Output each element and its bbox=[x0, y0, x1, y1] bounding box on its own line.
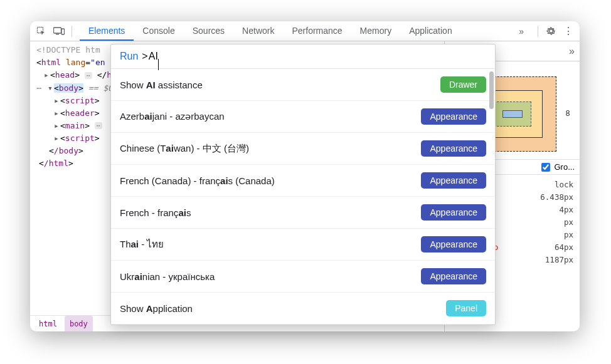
gear-icon[interactable] bbox=[543, 24, 558, 39]
command-item[interactable]: Ukrainian - українська Appearance bbox=[111, 261, 495, 293]
tab-console[interactable]: Console bbox=[134, 21, 183, 41]
category-badge: Appearance bbox=[421, 236, 486, 252]
divider bbox=[72, 26, 72, 37]
crumb-html[interactable]: html bbox=[34, 316, 62, 332]
divider bbox=[538, 26, 538, 37]
command-item[interactable]: Show AI assistance Drawer bbox=[111, 69, 495, 101]
crumb-body[interactable]: body bbox=[65, 316, 93, 332]
svg-rect-1 bbox=[54, 28, 61, 33]
toolbar: Elements Console Sources Network Perform… bbox=[30, 21, 580, 41]
category-badge: Appearance bbox=[421, 108, 486, 125]
category-badge: Appearance bbox=[421, 268, 486, 284]
sidebar-overflow-icon[interactable]: » bbox=[569, 46, 575, 57]
command-input-row: Run > AI bbox=[111, 44, 495, 69]
device-toolbar-icon[interactable] bbox=[51, 24, 66, 39]
command-item[interactable]: Thai - ไทย Appearance bbox=[111, 229, 495, 261]
category-badge: Appearance bbox=[421, 140, 486, 157]
gutter-dots-icon[interactable]: ⋯ bbox=[30, 82, 45, 95]
tab-sources[interactable]: Sources bbox=[184, 21, 233, 41]
tab-elements[interactable]: Elements bbox=[80, 21, 134, 41]
tab-memory[interactable]: Memory bbox=[351, 21, 401, 41]
category-badge: Drawer bbox=[440, 76, 486, 93]
group-checkbox[interactable] bbox=[541, 163, 550, 172]
command-item[interactable]: French (Canada) - français (Canada) Appe… bbox=[111, 165, 495, 197]
tab-application[interactable]: Application bbox=[400, 21, 461, 41]
group-label: Gro... bbox=[554, 162, 575, 172]
command-item[interactable]: Show Application Panel bbox=[111, 293, 495, 325]
command-chevron: > bbox=[142, 51, 147, 62]
command-item[interactable]: French - français Appearance bbox=[111, 197, 495, 229]
command-item[interactable]: Chinese (Taiwan) - 中文 (台灣) Appearance bbox=[111, 133, 495, 165]
kebab-icon[interactable]: ⋮ bbox=[561, 24, 576, 39]
scrollbar[interactable] bbox=[489, 71, 494, 109]
svg-rect-3 bbox=[61, 29, 65, 34]
tab-performance[interactable]: Performance bbox=[283, 21, 351, 41]
tabs-overflow-icon[interactable]: » bbox=[510, 22, 533, 40]
tab-network[interactable]: Network bbox=[233, 21, 283, 41]
command-results-list: Show AI assistance Drawer Azerbaijani - … bbox=[111, 69, 495, 325]
box-model-value: 8 bbox=[566, 109, 570, 118]
command-palette: Run > AI Show AI assistance Drawer Azerb… bbox=[110, 44, 496, 325]
category-badge: Appearance bbox=[421, 204, 486, 221]
command-prefix-label: Run bbox=[120, 51, 138, 62]
inspect-icon[interactable] bbox=[34, 24, 49, 39]
panel-tabs: Elements Console Sources Network Perform… bbox=[80, 21, 461, 41]
svg-rect-2 bbox=[56, 34, 59, 34]
command-input[interactable]: AI bbox=[149, 51, 158, 62]
category-badge: Panel bbox=[446, 300, 486, 316]
command-item[interactable]: Azerbaijani - azərbaycan Appearance bbox=[111, 101, 495, 133]
category-badge: Appearance bbox=[421, 172, 486, 189]
